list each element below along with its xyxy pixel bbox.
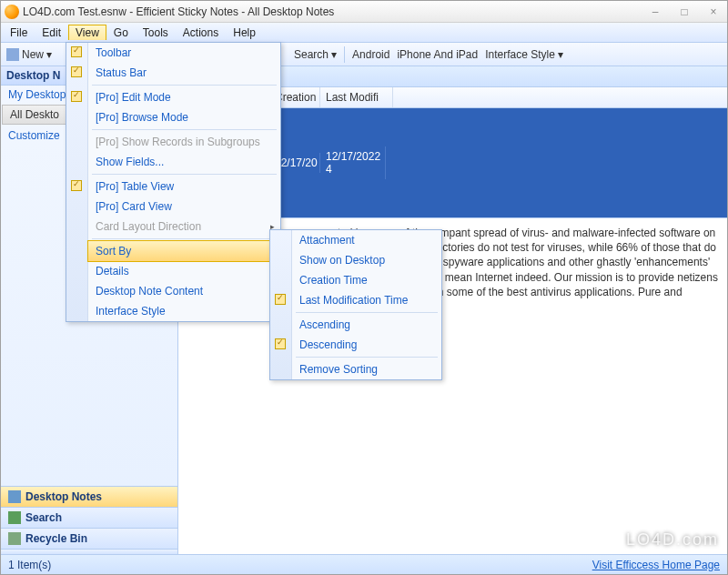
check-icon	[71, 180, 82, 191]
menu-go[interactable]: Go	[106, 25, 136, 41]
view-tableview-label: [Pro] Table View	[96, 180, 174, 193]
status-count: 1 Item(s)	[8, 559, 51, 571]
view-statusbar-label: Status Bar	[96, 66, 147, 79]
status-home-link[interactable]: Visit Efficcess Home Page	[592, 559, 720, 571]
view-showfields[interactable]: Show Fields...	[88, 152, 280, 172]
view-statusbar[interactable]: Status Bar	[88, 63, 280, 83]
sort-ascending[interactable]: Ascending	[292, 315, 441, 335]
titlebar: LO4D.com Test.esnw - Efficient Sticky No…	[1, 1, 727, 23]
new-icon	[6, 48, 19, 61]
toolbar-new[interactable]: New ▾	[6, 48, 52, 61]
menu-view[interactable]: View	[68, 25, 106, 40]
note-icon	[8, 490, 21, 503]
toolbar-android[interactable]: Android	[352, 48, 389, 61]
minimize-button[interactable]: –	[645, 5, 665, 18]
sort-descending[interactable]: Descending	[292, 335, 441, 355]
menu-actions[interactable]: Actions	[176, 25, 226, 41]
view-dnc-label: Desktop Note Content	[96, 285, 203, 298]
menu-tools[interactable]: Tools	[136, 25, 176, 41]
nav-desktop-notes-label: Desktop Notes	[25, 490, 102, 503]
view-details[interactable]: Details▸	[88, 261, 280, 281]
view-tableview[interactable]: [Pro] Table View	[88, 177, 280, 197]
cell-modified: 12/17/2022 4	[320, 146, 386, 179]
nav-recycle-label: Recycle Bin	[25, 532, 87, 545]
menubar: File Edit View Go Tools Actions Help	[1, 23, 727, 43]
view-editmode-label: [Pro] Edit Mode	[96, 91, 171, 104]
check-icon	[275, 294, 286, 305]
view-toolbar[interactable]: Toolbar	[88, 43, 280, 63]
check-icon	[71, 91, 82, 102]
view-toolbar-label: Toolbar	[96, 46, 131, 59]
sort-remove-sorting[interactable]: Remove Sorting	[292, 359, 441, 379]
maximize-button[interactable]: □	[674, 5, 694, 18]
toolbar-search[interactable]: Search ▾	[294, 48, 337, 61]
recycle-icon	[8, 532, 21, 545]
view-cardlayout-label: Card Layout Direction	[96, 220, 201, 233]
menu-file[interactable]: File	[3, 25, 35, 41]
toolbar-iphone[interactable]: iPhone And iPad	[397, 48, 478, 61]
view-menu-dropdown: Toolbar Status Bar [Pro] Edit Mode [Pro]…	[66, 42, 281, 322]
nav-desktop-notes[interactable]: Desktop Notes	[1, 486, 177, 507]
sort-lastmod-label: Last Modification Time	[299, 294, 408, 307]
view-ifstyle-label: Interface Style	[96, 305, 166, 318]
view-cardview[interactable]: [Pro] Card View	[88, 197, 280, 217]
nav-search-label: Search	[25, 511, 62, 524]
toolbar-search-label: Search	[294, 48, 329, 61]
search-icon	[8, 511, 21, 524]
menu-help[interactable]: Help	[226, 25, 263, 41]
sort-last-modification[interactable]: Last Modification Time	[292, 290, 441, 310]
nav-recycle-bin[interactable]: Recycle Bin	[1, 528, 177, 549]
view-cardlayout: Card Layout Direction▸	[88, 217, 280, 237]
nav-search[interactable]: Search	[1, 507, 177, 528]
sort-show-on-desktop[interactable]: Show on Desktop	[292, 250, 441, 270]
view-editmode[interactable]: [Pro] Edit Mode	[88, 87, 280, 107]
toolbar-interface-style[interactable]: Interface Style ▾	[485, 48, 563, 61]
view-showrecords: [Pro] Show Records in Subgroups	[88, 132, 280, 152]
check-icon	[71, 66, 82, 77]
sortby-submenu: Attachment Show on Desktop Creation Time…	[269, 229, 442, 380]
view-sortby[interactable]: Sort By▸	[87, 240, 281, 262]
sort-desc-label: Descending	[299, 338, 357, 351]
toolbar-style-label: Interface Style	[485, 48, 555, 61]
col-modified-header[interactable]: Last Modifi	[320, 87, 393, 107]
sort-creation-time[interactable]: Creation Time	[292, 270, 441, 290]
window-title: LO4D.com Test.esnw - Efficient Sticky No…	[23, 5, 645, 18]
view-sortby-label: Sort By	[96, 245, 131, 257]
sort-attachment[interactable]: Attachment	[292, 230, 441, 250]
view-browsemode[interactable]: [Pro] Browse Mode	[88, 107, 280, 127]
view-desktop-note-content[interactable]: Desktop Note Content▸	[88, 281, 280, 301]
app-icon	[5, 5, 19, 19]
close-button[interactable]: ×	[703, 5, 723, 18]
view-interface-style[interactable]: Interface Style▸	[88, 301, 280, 321]
menu-edit[interactable]: Edit	[35, 25, 68, 41]
check-icon	[71, 46, 82, 57]
view-details-label: Details	[96, 265, 129, 277]
statusbar: 1 Item(s) Visit Efficcess Home Page	[1, 554, 727, 574]
toolbar-new-label: New	[22, 48, 44, 61]
check-icon	[275, 338, 286, 349]
